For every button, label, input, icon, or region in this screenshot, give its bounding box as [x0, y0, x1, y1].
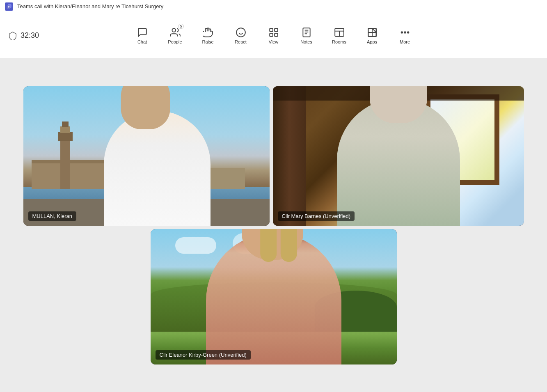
shield-icon [8, 31, 17, 40]
timer-display: 32:30 [21, 31, 39, 40]
svg-rect-9 [270, 28, 273, 32]
video-row-bottom: Cllr Eleanor Kirby-Green (Unverified) [23, 229, 524, 364]
people-count: 5 [178, 24, 183, 29]
participant-name-mary: Cllr Mary Barnes (Unverified) [278, 211, 355, 221]
notes-button[interactable]: Notes [292, 19, 321, 52]
people-icon [170, 27, 181, 38]
main-content: MULLAN, Kieran Cllr Mary Barnes (Unverif… [0, 58, 547, 392]
title-bar: T Teams call with Kieran/Eleanor and Mar… [0, 0, 547, 13]
video-tile-eleanor: Cllr Eleanor Kirby-Green (Unverified) [151, 229, 397, 364]
svg-text:T: T [8, 6, 10, 9]
video-tile-mary: Cllr Mary Barnes (Unverified) [273, 86, 524, 226]
people-button[interactable]: 5 People [160, 19, 190, 52]
view-button[interactable]: View [259, 19, 288, 52]
more-icon [400, 27, 410, 38]
people-label: People [168, 39, 182, 44]
toolbar: 32:30 Chat 5 People [0, 13, 547, 58]
apps-icon [367, 27, 378, 38]
more-label: More [400, 39, 410, 44]
raise-label: Raise [202, 39, 213, 44]
svg-rect-11 [270, 33, 273, 37]
video-row-top: MULLAN, Kieran Cllr Mary Barnes (Unverif… [23, 86, 524, 226]
video-tile-kieran: MULLAN, Kieran [23, 86, 270, 226]
video-grid: MULLAN, Kieran Cllr Mary Barnes (Unverif… [23, 86, 524, 364]
svg-point-24 [401, 32, 402, 33]
view-icon [268, 27, 279, 38]
call-timer: 32:30 [8, 31, 39, 40]
svg-rect-12 [275, 33, 278, 37]
react-icon [236, 27, 246, 38]
svg-point-5 [172, 28, 176, 32]
svg-point-6 [236, 28, 245, 37]
participant-name-kieran: MULLAN, Kieran [28, 211, 77, 221]
apps-button[interactable]: Apps [357, 19, 387, 52]
chat-label: Chat [137, 39, 147, 44]
react-button[interactable]: React [226, 19, 256, 52]
view-label: View [269, 39, 279, 44]
more-button[interactable]: More [390, 19, 420, 52]
raise-button[interactable]: Raise [193, 19, 223, 52]
rooms-button[interactable]: Rooms [325, 19, 354, 52]
svg-rect-13 [303, 28, 310, 37]
rooms-icon [334, 27, 345, 38]
notes-icon [301, 27, 312, 38]
rooms-label: Rooms [332, 39, 346, 44]
chat-icon [137, 27, 148, 38]
chat-button[interactable]: Chat [128, 19, 157, 52]
notes-label: Notes [300, 39, 312, 44]
window-title: Teams call with Kieran/Eleanor and Mary … [17, 3, 163, 9]
teams-logo-icon: T [5, 2, 13, 11]
participant-name-eleanor: Cllr Eleanor Kirby-Green (Unverified) [156, 350, 251, 360]
svg-point-25 [404, 32, 405, 33]
svg-rect-10 [275, 28, 278, 32]
toolbar-buttons: Chat 5 People Raise [128, 19, 420, 52]
raise-icon [203, 27, 213, 38]
svg-point-26 [407, 32, 408, 33]
apps-label: Apps [367, 39, 377, 44]
react-label: React [235, 39, 247, 44]
